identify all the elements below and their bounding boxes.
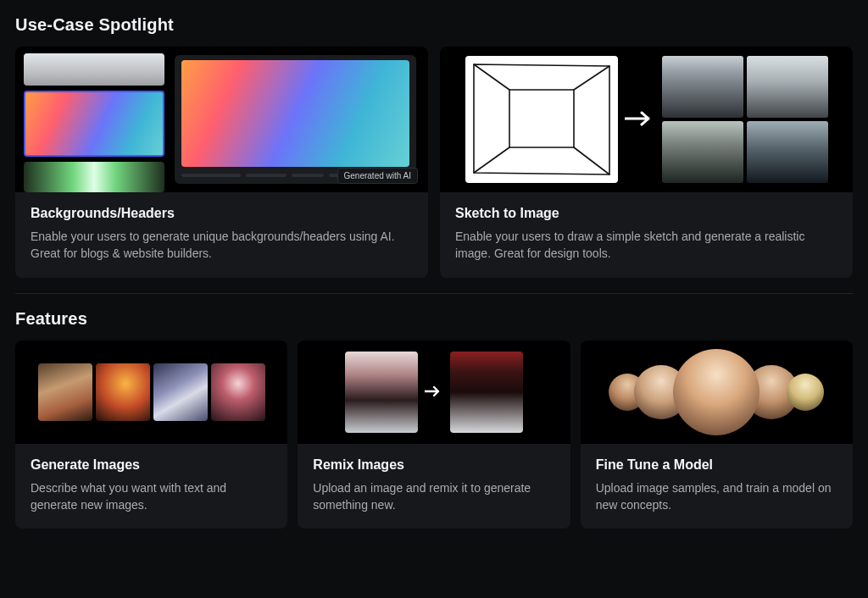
card-title: Generate Images: [31, 457, 272, 473]
thumbnail-preset-1: [24, 53, 164, 86]
generated-background-preview: [181, 60, 409, 167]
card-sketch-to-image[interactable]: Sketch to Image Enable your users to dra…: [440, 47, 853, 278]
sample-face-4: [787, 374, 824, 411]
sketch-output-grid: [662, 56, 828, 183]
sample-image-4: [211, 363, 265, 421]
sample-image-2: [96, 363, 150, 421]
sketch-input-preview: [465, 56, 618, 183]
sample-image-3: [153, 363, 208, 421]
output-variant-3: [662, 121, 743, 183]
remix-source-image: [345, 352, 418, 433]
card-title: Fine Tune a Model: [596, 457, 837, 473]
section-title-spotlight: Use-Case Spotlight: [15, 15, 853, 35]
card-description: Upload image samples, and train a model …: [596, 479, 837, 514]
thumbnail-preset-selected: [24, 91, 164, 157]
arrow-right-icon: [625, 106, 655, 133]
hero-remix-images: [298, 341, 570, 444]
arrow-right-icon: [425, 382, 443, 401]
hero-sketch-to-image: [440, 47, 853, 192]
remix-result-image: [450, 352, 523, 433]
card-description: Upload an image and remix it to generate…: [313, 479, 554, 514]
card-title: Backgrounds/Headers: [31, 206, 413, 221]
card-description: Describe what you want with text and gen…: [31, 479, 272, 514]
card-remix-images[interactable]: Remix Images Upload an image and remix i…: [298, 341, 570, 529]
generated-with-ai-badge: Generated with AI: [337, 168, 419, 184]
sample-image-1: [38, 363, 92, 421]
sample-face-main: [673, 349, 760, 435]
card-description: Enable your users to draw a simple sketc…: [455, 228, 837, 263]
output-variant-2: [747, 56, 828, 118]
hero-generate-images: [15, 341, 287, 444]
output-variant-1: [662, 56, 743, 118]
card-backgrounds-headers[interactable]: Generated with AI Backgrounds/Headers En…: [15, 47, 428, 278]
hero-fine-tune-model: [581, 341, 853, 444]
section-divider: [15, 293, 853, 294]
card-description: Enable your users to generate unique bac…: [31, 228, 413, 263]
section-title-features: Features: [15, 309, 853, 329]
thumbnail-preset-3: [24, 162, 164, 192]
spotlight-row: Generated with AI Backgrounds/Headers En…: [15, 47, 853, 278]
card-fine-tune-model[interactable]: Fine Tune a Model Upload image samples, …: [581, 341, 853, 529]
card-title: Sketch to Image: [455, 206, 837, 221]
output-variant-4: [747, 121, 828, 183]
card-generate-images[interactable]: Generate Images Describe what you want w…: [15, 341, 287, 529]
features-row: Generate Images Describe what you want w…: [15, 341, 853, 529]
card-title: Remix Images: [313, 457, 554, 473]
hero-backgrounds-headers: Generated with AI: [15, 47, 428, 192]
